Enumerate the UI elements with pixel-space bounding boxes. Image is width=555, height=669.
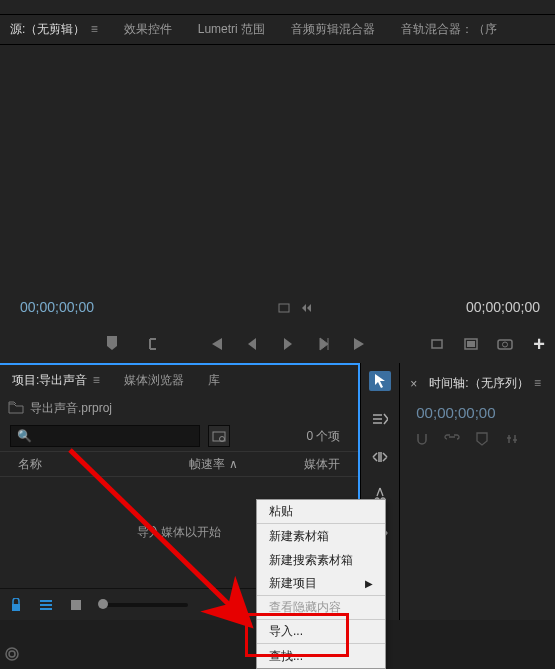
menu-new-bin[interactable]: 新建素材箱 — [257, 524, 385, 548]
thumbnail-size-slider[interactable] — [98, 603, 188, 607]
settings-icon[interactable] — [504, 431, 520, 447]
tab-audio-track-mixer[interactable]: 音轨混合器：（序 — [397, 15, 501, 44]
col-framerate[interactable]: 帧速率 ∧ — [189, 456, 238, 473]
svg-rect-9 — [71, 600, 81, 610]
list-view-icon[interactable] — [38, 597, 54, 613]
tab-timeline[interactable]: 时间轴:（无序列） ≡ — [425, 369, 545, 398]
tab-media-browser[interactable]: 媒体浏览器 — [120, 366, 188, 395]
project-search-row: 🔍 0 个项 — [0, 421, 358, 451]
import-hint: 导入媒体以开始 — [137, 524, 221, 541]
tab-menu-icon[interactable]: ≡ — [534, 376, 541, 390]
source-monitor: 00;00;00;00 00;00;00;00 — [0, 45, 555, 325]
step-icon[interactable] — [302, 303, 314, 313]
svg-rect-1 — [432, 340, 442, 348]
svg-rect-0 — [279, 304, 289, 312]
tab-project[interactable]: 项目:导出声音 ≡ — [8, 366, 104, 395]
ripple-edit-tool[interactable] — [369, 447, 391, 467]
tab-project-label: 项目:导出声音 — [12, 373, 87, 387]
project-columns: 名称 帧速率 ∧ 媒体开 — [0, 451, 358, 477]
list-view-lock-icon[interactable] — [8, 597, 24, 613]
goto-out-icon[interactable] — [352, 336, 368, 352]
step-fwd-icon[interactable] — [316, 336, 332, 352]
track-select-tool[interactable] — [369, 409, 391, 429]
monitor-small-controls — [278, 303, 314, 313]
filter-bin-button[interactable] — [208, 425, 230, 447]
svg-rect-3 — [467, 341, 475, 347]
menubar-spacer — [0, 0, 555, 15]
submenu-arrow-icon: ▶ — [365, 578, 373, 589]
close-icon[interactable]: × — [410, 377, 417, 391]
goto-in-icon[interactable] — [208, 336, 224, 352]
in-out-icon[interactable] — [146, 336, 162, 352]
menu-new-item-label: 新建项目 — [269, 575, 317, 592]
linked-icon[interactable] — [444, 431, 460, 447]
project-folder-icon — [8, 401, 24, 415]
snap-icon[interactable] — [414, 431, 430, 447]
context-menu: 粘贴 新建素材箱 新建搜索素材箱 新建项目 ▶ 查看隐藏内容 导入... 查找.… — [256, 499, 386, 669]
timeline-timecode[interactable]: 00;00;00;00 — [416, 404, 545, 421]
export-frame-icon[interactable] — [497, 336, 513, 352]
svg-point-5 — [503, 342, 508, 347]
tab-library[interactable]: 库 — [204, 366, 224, 395]
col-name[interactable]: 名称 — [18, 456, 139, 473]
overwrite-icon[interactable] — [463, 336, 479, 352]
menu-new-search-bin[interactable]: 新建搜索素材箱 — [257, 548, 385, 572]
timeline-panel: × 时间轴:（无序列） ≡ 00;00;00;00 — [400, 363, 555, 620]
cc-status-icon[interactable] — [4, 646, 20, 665]
timecode-duration: 00;00;00;00 — [466, 299, 540, 315]
step-back-icon[interactable] — [244, 336, 260, 352]
insert-icon[interactable] — [429, 336, 445, 352]
col-media-start[interactable]: 媒体开 — [288, 456, 340, 473]
svg-rect-8 — [12, 604, 20, 611]
tab-audio-clip-mixer[interactable]: 音频剪辑混合器 — [287, 15, 379, 44]
svg-rect-4 — [498, 340, 512, 349]
tab-source-label: 源:（无剪辑） — [10, 22, 85, 36]
items-count: 0 个项 — [306, 428, 348, 445]
search-input[interactable]: 🔍 — [10, 425, 200, 447]
tab-effect-controls[interactable]: 效果控件 — [120, 15, 176, 44]
tab-lumetri[interactable]: Lumetri 范围 — [194, 15, 269, 44]
play-icon[interactable] — [280, 336, 296, 352]
add-button[interactable]: + — [531, 336, 547, 352]
selection-tool[interactable] — [369, 371, 391, 391]
tab-timeline-label: 时间轴:（无序列） — [429, 376, 528, 390]
fit-icon[interactable] — [278, 303, 290, 313]
search-icon: 🔍 — [17, 429, 32, 443]
tab-menu-icon[interactable]: ≡ — [91, 22, 98, 36]
col-framerate-label: 帧速率 — [189, 456, 225, 473]
menu-show-hidden: 查看隐藏内容 — [257, 596, 385, 620]
timecode-current[interactable]: 00;00;00;00 — [20, 299, 94, 315]
project-info-row: 导出声音.prproj — [0, 395, 358, 421]
menu-new-item[interactable]: 新建项目 ▶ — [257, 572, 385, 596]
menu-import[interactable]: 导入... — [257, 620, 385, 644]
source-panel-tabs: 源:（无剪辑） ≡ 效果控件 Lumetri 范围 音频剪辑混合器 音轨混合器：… — [0, 15, 555, 45]
tab-source[interactable]: 源:（无剪辑） ≡ — [6, 15, 102, 44]
transport-bar: + — [0, 325, 555, 363]
project-filename: 导出声音.prproj — [30, 400, 112, 417]
marker-add-icon[interactable] — [474, 431, 490, 447]
menu-find[interactable]: 查找... — [257, 644, 385, 668]
sort-arrow-icon: ∧ — [229, 457, 238, 471]
svg-point-14 — [9, 651, 15, 657]
tab-menu-icon[interactable]: ≡ — [93, 373, 100, 387]
svg-point-13 — [6, 648, 18, 660]
icon-view-icon[interactable] — [68, 597, 84, 613]
project-panel-tabs: 项目:导出声音 ≡ 媒体浏览器 库 — [0, 365, 358, 395]
marker-icon[interactable] — [104, 336, 120, 352]
menu-paste[interactable]: 粘贴 — [257, 500, 385, 524]
